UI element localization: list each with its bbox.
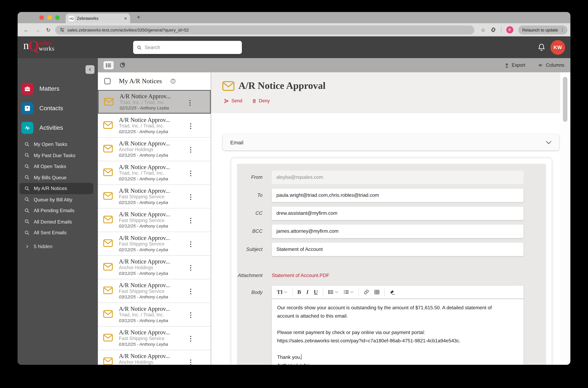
list-item[interactable]: A/R Notice Approv... Fast Shipping Servi… — [98, 232, 211, 255]
sidebar-item-queue-by-bill-atty[interactable]: Queue by Bill Atty — [20, 194, 93, 205]
chevron-down-icon[interactable] — [546, 140, 552, 144]
body-content[interactable]: Our records show your account is outstan… — [272, 299, 523, 365]
app-header: n Q zebra works KW — [18, 36, 570, 58]
sidebar-item-activities[interactable]: Activities — [21, 122, 63, 134]
sidebar-hidden-toggle[interactable]: 5 hidden — [20, 242, 93, 251]
user-avatar[interactable]: KW — [550, 40, 565, 55]
sidebar-item-my-open-tasks[interactable]: My Open Tasks — [20, 139, 93, 150]
cc-field[interactable]: drew.assistant@myfirm.com — [272, 207, 523, 220]
numbered-list-button[interactable] — [343, 290, 353, 294]
link-button[interactable] — [364, 290, 369, 295]
envelope-icon — [222, 81, 235, 91]
send-button[interactable]: Send — [224, 98, 242, 103]
relaunch-button[interactable]: Relaunch to update ⋮ — [518, 25, 567, 34]
bold-button[interactable]: B — [297, 289, 301, 295]
list-item[interactable]: A/R Notice Approv... Triad, Inc. / Triad… — [98, 303, 211, 326]
item-menu-icon[interactable] — [190, 240, 191, 248]
from-field: aleyba@nqsales.com — [272, 171, 523, 184]
extensions-icon[interactable] — [490, 27, 496, 33]
close-window-button[interactable] — [39, 15, 44, 20]
bullet-list-icon — [328, 290, 334, 294]
italic-button[interactable]: I — [306, 289, 308, 295]
item-menu-icon[interactable] — [190, 288, 191, 295]
search-input[interactable] — [145, 45, 238, 50]
app-logo[interactable]: n Q zebra works — [23, 39, 54, 52]
envelope-icon — [103, 286, 113, 294]
bcc-field[interactable]: james.attorney@myfirm.com — [272, 225, 523, 238]
deny-button[interactable]: Deny — [252, 98, 270, 103]
underline-button[interactable]: U — [314, 289, 318, 295]
chart-view-button[interactable] — [119, 62, 126, 68]
to-field[interactable]: paula.wright@triad.com,chris.robles@tria… — [272, 189, 523, 202]
list-item[interactable]: A/R Notice Approv... Anchor Holdings 02/… — [98, 137, 211, 161]
sidebar-item-all-open-tasks[interactable]: All Open Tasks — [20, 161, 93, 172]
list-item[interactable]: A/R Notice Approv... Anchor Holdings 03/… — [98, 350, 211, 365]
detail-header-band — [211, 73, 560, 113]
search-icon — [137, 45, 142, 50]
item-menu-icon[interactable] — [190, 146, 191, 154]
minimize-window-button[interactable] — [47, 15, 52, 20]
list-item[interactable]: A/R Notice Approv... Anchor Holdings 03/… — [98, 255, 211, 279]
body-editor[interactable]: TI B I U — [272, 286, 523, 365]
bookmark-star-icon[interactable]: ☆ — [481, 27, 486, 33]
columns-button[interactable]: Columns — [537, 63, 564, 68]
sidebar-item-contacts[interactable]: Contacts — [21, 102, 63, 114]
address-bar[interactable]: sales.zebraworks-test.com/activities/335… — [55, 25, 474, 34]
attachment-link[interactable]: Statement of Account.PDF — [272, 272, 329, 279]
export-button[interactable]: Export — [504, 63, 525, 68]
item-menu-icon[interactable] — [190, 217, 191, 225]
list-view-button[interactable] — [103, 61, 114, 70]
zoom-window-button[interactable] — [55, 15, 60, 20]
new-tab-button[interactable]: + — [137, 14, 140, 21]
list-item[interactable]: A/R Notice Approv... Fast Shipping Servi… — [98, 279, 211, 303]
global-search[interactable] — [133, 41, 242, 54]
browser-profile-avatar[interactable]: B — [506, 26, 513, 33]
forward-icon[interactable]: → — [35, 27, 40, 33]
main-scrollbar[interactable] — [560, 74, 570, 365]
close-tab-icon[interactable]: ✕ — [124, 16, 127, 21]
url-text[interactable]: sales.zebraworks-test.com/activities/335… — [67, 27, 189, 32]
email-section-header[interactable]: Email — [223, 134, 559, 150]
list-item[interactable]: A/R Notice Approv... Fast Shipping Servi… — [98, 208, 211, 232]
item-menu-icon[interactable] — [190, 170, 191, 177]
eraser-button[interactable] — [390, 290, 395, 294]
item-menu-icon[interactable] — [190, 358, 191, 365]
chevron-down-icon[interactable] — [284, 291, 287, 293]
list-item[interactable]: A/R Notice Approv... Fast Shipping Servi… — [98, 184, 211, 208]
site-settings-icon[interactable] — [59, 27, 64, 32]
reload-icon[interactable]: ↻ — [46, 27, 50, 33]
back-icon[interactable]: ← — [24, 27, 29, 33]
sidebar-collapse-button[interactable] — [85, 65, 95, 74]
sidebar-item-my-bills-queue[interactable]: My Bills Queue — [20, 172, 93, 183]
chevron-right-icon — [25, 244, 29, 249]
item-menu-icon[interactable] — [190, 264, 191, 272]
subject-field[interactable]: Statement of Account — [272, 242, 523, 256]
item-menu-icon[interactable] — [190, 311, 191, 319]
select-all-checkbox[interactable] — [104, 78, 111, 84]
bullet-list-button[interactable] — [328, 290, 338, 294]
chevron-down-icon[interactable] — [335, 291, 338, 293]
list-item[interactable]: A/R Notice Approv... Fast Shipping Servi… — [98, 326, 211, 350]
chevron-down-icon[interactable] — [350, 291, 353, 293]
info-icon[interactable] — [170, 78, 176, 84]
list-item[interactable]: A/R Notice Approv... Triad, Inc. / Triad… — [98, 90, 211, 114]
sidebar-item-my-past-due-tasks[interactable]: My Past Due Tasks — [20, 150, 93, 161]
notifications-bell-icon[interactable] — [538, 43, 546, 51]
item-menu-icon[interactable] — [189, 99, 191, 107]
sidebar-item-all-denied-emails[interactable]: All Denied Emails — [20, 216, 93, 227]
sidebar-item-my-ar-notices[interactable]: My A/R Notices — [20, 183, 93, 194]
item-menu-icon[interactable] — [190, 335, 191, 343]
list-item[interactable]: A/R Notice Approv... Triad, Inc. / Triad… — [98, 114, 211, 137]
browser-tab[interactable]: nQ Zebraworks ✕ — [66, 14, 130, 23]
item-menu-icon[interactable] — [190, 193, 191, 201]
kebab-menu-icon[interactable]: ⋮ — [560, 27, 564, 32]
list-item[interactable]: A/R Notice Approv... Triad, Inc. / Triad… — [98, 161, 211, 184]
activities-pulse-icon — [21, 122, 33, 134]
text-style-button[interactable]: TI — [277, 289, 287, 295]
sidebar-item-all-pending-emails[interactable]: All Pending Emails — [20, 205, 93, 216]
sidebar-item-matters[interactable]: Matters — [21, 83, 59, 95]
item-menu-icon[interactable] — [190, 122, 191, 130]
table-button[interactable] — [374, 290, 379, 295]
scrollbar-thumb[interactable] — [563, 77, 567, 122]
sidebar-item-all-sent-emails[interactable]: All Sent Emails — [20, 227, 93, 238]
